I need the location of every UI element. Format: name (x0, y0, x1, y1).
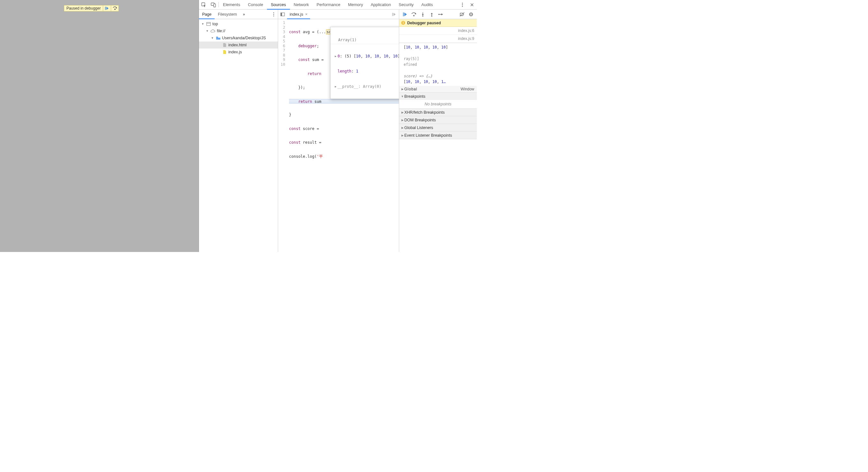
tree-label: index.js (228, 50, 242, 54)
chevron-right-icon: ▶ (400, 119, 404, 122)
code-area[interactable]: const avg = (...score) => { score = [Arr… (287, 19, 399, 252)
tree-node-folder[interactable]: ▼ Users/kanda/Desktop/JS (199, 34, 278, 41)
paused-overlay: Paused in debugger (64, 5, 119, 11)
file-icon (222, 42, 227, 48)
svg-rect-14 (207, 22, 211, 26)
svg-rect-0 (105, 7, 106, 10)
chevron-down-icon: ▼ (201, 22, 205, 26)
debugger-sidebar: Debugger paused index.js:6 index.js:9 [1… (399, 9, 477, 252)
svg-rect-20 (403, 12, 404, 16)
svg-point-8 (462, 3, 463, 3)
info-icon (401, 21, 405, 25)
devtools-tabs-bar: Elements Console Sources Network Perform… (199, 0, 477, 9)
svg-rect-17 (281, 13, 282, 16)
tree-node-top[interactable]: ▼ top (199, 21, 278, 28)
tree-node-origin[interactable]: ▼ file:// (199, 28, 278, 34)
inspect-element-button[interactable] (199, 0, 209, 9)
call-stack-frame[interactable]: index.js:6 (399, 27, 477, 35)
tree-label: Users/kanda/Desktop/JS (222, 36, 266, 40)
run-snippet-button[interactable] (390, 9, 399, 19)
pause-on-exceptions-button[interactable] (467, 10, 475, 19)
tab-network[interactable]: Network (290, 0, 313, 9)
editor-tab-active[interactable]: index.js × (287, 9, 310, 19)
svg-rect-38 (403, 22, 404, 24)
navigator-tabs: Page Filesystem » (199, 9, 278, 19)
scope-variable[interactable]: ray(5)] (399, 56, 477, 62)
overlay-step-button[interactable] (111, 5, 119, 11)
svg-point-3 (114, 9, 116, 10)
code-editor[interactable]: 1 2 3 4 5 6 7 8 9 10 const avg = (...sco… (278, 19, 399, 252)
resume-button[interactable] (400, 10, 409, 19)
hover-popup-title: Array(1) (331, 36, 399, 44)
tree-node-file-js[interactable]: index.js (199, 49, 278, 56)
svg-point-11 (273, 12, 274, 13)
step-out-button[interactable] (427, 10, 436, 19)
debugger-status-bar: Debugger paused (399, 19, 477, 27)
devtools-close-button[interactable] (467, 3, 477, 7)
editor-tab-close-icon[interactable]: × (305, 12, 308, 17)
svg-marker-19 (394, 13, 396, 16)
tab-security[interactable]: Security (395, 0, 417, 9)
call-stack-section: index.js:6 index.js:9 (399, 27, 477, 43)
svg-rect-7 (214, 4, 216, 7)
step-into-button[interactable] (418, 10, 427, 19)
scope-variable[interactable]: efined (399, 62, 477, 67)
section-header-breakpoints[interactable]: ▼Breakpoints (399, 93, 477, 100)
section-header-event-listeners[interactable]: ▶Event Listener Breakpoints (399, 132, 477, 139)
chevron-right-icon: ▶ (400, 126, 404, 129)
tab-memory[interactable]: Memory (344, 0, 367, 9)
scope-global-row[interactable]: ▶ Global Window (399, 86, 477, 92)
tab-performance[interactable]: Performance (313, 0, 344, 9)
hover-popup-row[interactable]: length: 1 (331, 68, 399, 74)
chevron-right-icon: ▶ (334, 84, 338, 89)
editor-tabs: index.js × (278, 9, 399, 19)
chevron-right-icon: ▶ (400, 88, 404, 91)
section-header-dom[interactable]: ▶DOM Breakpoints (399, 116, 477, 124)
hover-popup-row[interactable]: ▶ 0: (5) [10, 10, 10, 10, 10] (331, 53, 399, 59)
scope-variable[interactable]: score) => {…} (399, 73, 477, 79)
tab-sources[interactable]: Sources (267, 0, 290, 9)
scope-variable[interactable]: [10, 10, 10, 10, 10] (399, 44, 477, 50)
devtools-more-button[interactable] (458, 3, 467, 7)
hide-navigator-button[interactable] (278, 9, 287, 19)
paused-overlay-text: Paused in debugger (64, 5, 103, 11)
section-header-global-listeners[interactable]: ▶Global Listeners (399, 124, 477, 131)
device-toolbar-button[interactable] (209, 0, 218, 9)
svg-marker-21 (404, 12, 407, 16)
tab-audits[interactable]: Audits (417, 0, 437, 9)
step-over-button[interactable] (409, 10, 418, 19)
tab-elements[interactable]: Elements (219, 0, 244, 9)
chevron-right-icon: ▶ (400, 111, 404, 114)
call-stack-frame[interactable]: index.js:9 (399, 35, 477, 43)
svg-point-10 (462, 6, 463, 7)
xhr-breakpoints-section: ▶XHR/fetch Breakpoints (399, 108, 477, 116)
svg-marker-2 (116, 7, 117, 9)
tree-label: file:// (217, 29, 225, 33)
nav-tab-overflow[interactable]: » (240, 9, 248, 19)
overlay-resume-button[interactable] (103, 5, 111, 11)
devtools-main-tabs: Elements Console Sources Network Perform… (219, 0, 458, 9)
section-header-xhr[interactable]: ▶XHR/fetch Breakpoints (399, 108, 477, 116)
scope-section: [10, 10, 10, 10, 10] ray(5)] efined scor… (399, 43, 477, 93)
nav-tab-page[interactable]: Page (199, 9, 215, 19)
nav-tab-filesystem[interactable]: Filesystem (215, 9, 240, 19)
scope-variable[interactable]: [10, 10, 10, 10, 1… (399, 79, 477, 85)
debugger-toolbar (399, 9, 477, 19)
svg-marker-28 (431, 13, 433, 14)
step-button[interactable] (436, 10, 445, 19)
deactivate-breakpoints-button[interactable] (458, 10, 467, 19)
tab-console[interactable]: Console (244, 0, 267, 9)
tab-application[interactable]: Application (367, 0, 395, 9)
tree-label: top (212, 22, 218, 26)
chevron-down-icon: ▼ (400, 95, 404, 98)
frame-icon (206, 22, 211, 27)
folder-icon (216, 35, 221, 40)
svg-point-29 (431, 15, 432, 16)
nav-more-button[interactable] (270, 9, 277, 19)
js-file-icon (222, 50, 227, 55)
event-listener-breakpoints-section: ▶Event Listener Breakpoints (399, 132, 477, 139)
hover-popup-row[interactable]: ▶ __proto__: Array(0) (331, 84, 399, 90)
global-listeners-section: ▶Global Listeners (399, 124, 477, 132)
debugger-status-text: Debugger paused (407, 21, 441, 25)
tree-node-file-html[interactable]: index.html (199, 41, 278, 49)
